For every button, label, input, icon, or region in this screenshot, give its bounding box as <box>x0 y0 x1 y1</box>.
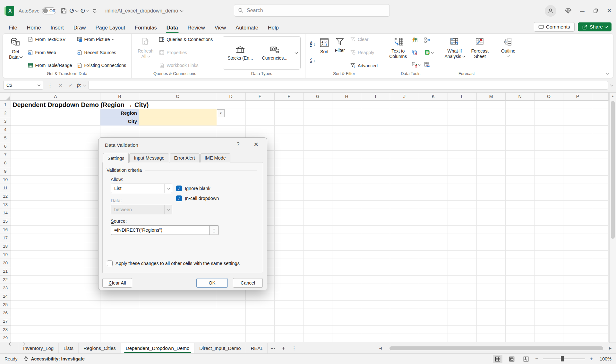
grid-cell[interactable] <box>275 201 304 209</box>
grid-cell[interactable] <box>11 201 100 209</box>
grid-cell[interactable] <box>11 284 100 292</box>
grid-cell[interactable] <box>390 259 419 267</box>
scroll-left-icon[interactable]: ◀ <box>379 346 382 350</box>
grid-cell[interactable] <box>246 109 275 117</box>
grid-cell[interactable] <box>419 317 448 326</box>
grid-cell[interactable] <box>216 326 246 334</box>
row-header-26[interactable]: 26 <box>0 309 11 317</box>
collapse-ribbon-button[interactable] <box>606 70 609 75</box>
outline-button[interactable]: Outline <box>498 36 518 78</box>
grid-cell[interactable] <box>592 292 609 301</box>
grid-cell[interactable] <box>216 317 246 326</box>
grid-cell[interactable] <box>361 292 390 301</box>
grid-cell[interactable] <box>448 126 477 134</box>
zoom-in-button[interactable]: + <box>590 356 593 362</box>
grid-cell[interactable] <box>361 242 390 251</box>
column-header-partial[interactable] <box>592 93 609 101</box>
grid-cell[interactable] <box>275 251 304 259</box>
grid-cell[interactable] <box>592 142 609 151</box>
grid-cell[interactable] <box>390 134 419 142</box>
grid-cell[interactable] <box>506 276 535 284</box>
grid-cell[interactable] <box>506 117 535 126</box>
row-header-18[interactable]: 18 <box>0 242 11 251</box>
grid-cell[interactable] <box>448 234 477 242</box>
grid-cell[interactable] <box>361 326 390 334</box>
grid-cell[interactable] <box>448 284 477 292</box>
grid-cell[interactable] <box>563 201 592 209</box>
row-header-7[interactable]: 7 <box>0 151 11 159</box>
grid-cell[interactable] <box>304 292 332 301</box>
enter-entry-button[interactable]: ✓ <box>67 82 74 88</box>
grid-cell[interactable] <box>216 334 246 342</box>
remove-duplicates-button[interactable] <box>410 49 422 56</box>
grid-cell[interactable] <box>419 226 448 234</box>
scroll-up-icon[interactable]: ▲ <box>610 93 616 100</box>
menu-tab-page-layout[interactable]: Page Layout <box>90 23 130 32</box>
grid-cell[interactable] <box>332 176 361 184</box>
grid-cell[interactable] <box>592 192 609 201</box>
grid-cell[interactable] <box>592 217 609 226</box>
grid-cell[interactable] <box>246 334 275 342</box>
zoom-level[interactable]: 100% <box>597 356 612 361</box>
grid-cell[interactable] <box>419 167 448 176</box>
ignore-blank-checkbox[interactable]: ✓ Ignore blank <box>176 186 210 191</box>
grid-cell[interactable] <box>506 201 535 209</box>
grid-cell[interactable] <box>592 134 609 142</box>
grid-cell[interactable] <box>390 142 419 151</box>
row-header-19[interactable]: 19 <box>0 251 11 259</box>
grid-cell[interactable] <box>477 226 506 234</box>
grid-cell[interactable] <box>448 334 477 342</box>
grid-cell[interactable] <box>535 301 563 309</box>
grid-cell[interactable] <box>535 259 563 267</box>
grid-cell[interactable] <box>419 259 448 267</box>
grid-cell[interactable] <box>477 184 506 192</box>
row-header-12[interactable]: 12 <box>0 192 11 201</box>
new-sheet-button[interactable]: + <box>278 343 288 353</box>
dialog-close-button[interactable]: ✕ <box>252 141 260 148</box>
grid-cell[interactable] <box>448 226 477 234</box>
grid-cell[interactable] <box>361 209 390 217</box>
grid-cell[interactable] <box>477 142 506 151</box>
cancel-button[interactable]: Cancel <box>233 278 263 288</box>
grid-cell[interactable] <box>535 226 563 234</box>
grid-cell[interactable] <box>506 267 535 276</box>
row-header-5[interactable]: 5 <box>0 134 11 142</box>
grid-cell[interactable] <box>332 134 361 142</box>
redo-chevron-icon[interactable] <box>86 9 89 12</box>
grid-cell[interactable] <box>477 217 506 226</box>
menu-tab-review[interactable]: Review <box>183 23 210 32</box>
grid-cell[interactable] <box>535 176 563 184</box>
row-header-25[interactable]: 25 <box>0 301 11 309</box>
grid-cell[interactable] <box>477 301 506 309</box>
grid-cell[interactable] <box>506 326 535 334</box>
grid-cell[interactable] <box>11 126 100 134</box>
grid-cell[interactable] <box>506 184 535 192</box>
grid-cell[interactable] <box>216 309 246 317</box>
workbook-links-button[interactable]: Workbook Links <box>157 62 215 69</box>
grid-cell[interactable] <box>332 201 361 209</box>
row-header-27[interactable]: 27 <box>0 317 11 326</box>
grid-cell[interactable] <box>361 167 390 176</box>
grid-cell[interactable] <box>390 326 419 334</box>
grid-cell[interactable] <box>275 334 304 342</box>
grid-cell[interactable] <box>563 209 592 217</box>
grid-cell[interactable] <box>275 292 304 301</box>
grid-cell[interactable] <box>563 167 592 176</box>
grid-cell[interactable] <box>11 109 100 117</box>
grid-cell[interactable] <box>535 217 563 226</box>
row-header-21[interactable]: 21 <box>0 267 11 276</box>
existing-connections-button[interactable]: Existing Connections <box>75 62 128 69</box>
grid-cell[interactable] <box>275 267 304 276</box>
data-combobox[interactable]: between <box>111 205 172 214</box>
scroll-right-icon[interactable]: ▶ <box>609 346 612 350</box>
grid-cell[interactable] <box>592 309 609 317</box>
grid-cell[interactable] <box>506 284 535 292</box>
grid-cell[interactable] <box>448 217 477 226</box>
manage-data-model-button[interactable] <box>423 61 435 68</box>
grid-cell[interactable] <box>448 317 477 326</box>
premium-gem-icon[interactable] <box>565 7 572 14</box>
grid-cell[interactable] <box>139 334 216 342</box>
grid-cell[interactable] <box>592 226 609 234</box>
grid-cell[interactable] <box>506 159 535 167</box>
grid-cell[interactable] <box>246 101 275 109</box>
